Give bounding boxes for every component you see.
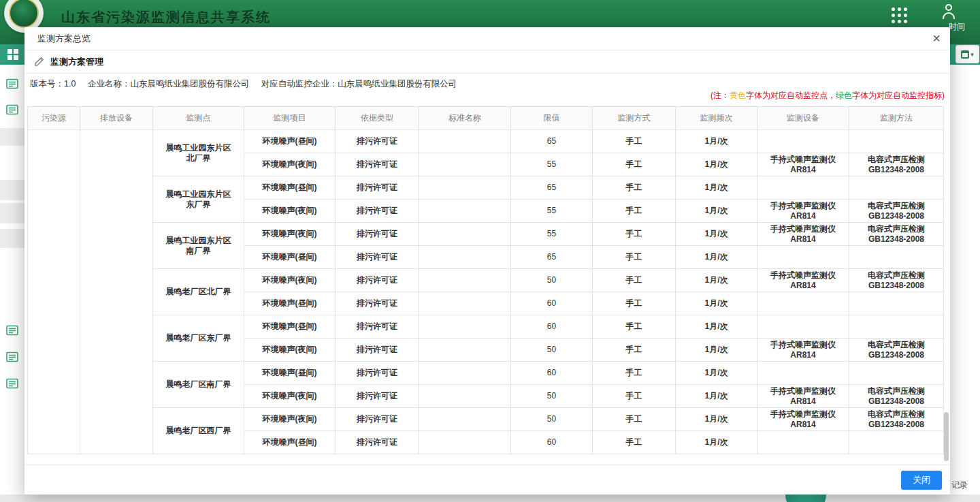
apps-grid-icon[interactable] <box>892 7 907 23</box>
monitor-frequency-cell: 1月/次 <box>676 246 757 269</box>
monitor-method-cell: 电容式声压检测 GB12348-2008 <box>849 223 944 246</box>
standard-name-cell <box>419 269 511 292</box>
close-icon[interactable]: × <box>932 30 941 46</box>
limit-value-cell: 60 <box>511 315 593 339</box>
table-row: 晨鸣老厂区西厂界环境噪声(夜间)排污许可证50手工1月/次手持式噪声监测仪 AR… <box>28 408 944 431</box>
folder-icon[interactable] <box>6 351 18 365</box>
header-time-text: 时间 <box>949 21 965 33</box>
monitor-point-cell: 晨鸣工业园东片区 南厂界 <box>153 223 244 269</box>
folder-icon[interactable] <box>6 378 18 392</box>
monitor-frequency-cell: 1月/次 <box>676 130 757 153</box>
limit-value-cell: 55 <box>511 153 593 176</box>
standard-name-cell <box>419 385 511 408</box>
monitor-mode-cell: 手工 <box>593 153 676 176</box>
monitor-item-cell: 环境噪声(夜间) <box>244 408 336 431</box>
calendar-icon <box>961 50 969 59</box>
limit-value-cell: 50 <box>511 408 593 431</box>
pollution-source-cell <box>28 130 80 454</box>
standard-name-cell <box>419 200 511 223</box>
standard-name-cell <box>419 339 511 362</box>
monitor-point-cell: 晨鸣老厂区北厂界 <box>153 269 244 315</box>
monitor-frequency-cell: 1月/次 <box>676 200 757 223</box>
table-header-row: 污染源排放设备监测点监测项目依据类型标准名称限值监测方式监测频次监测设备监测方法 <box>28 107 944 130</box>
monitor-method-cell <box>849 292 944 315</box>
monitor-method-cell <box>849 130 944 153</box>
monitor-mode-cell: 手工 <box>593 408 676 431</box>
monitor-mode-cell: 手工 <box>593 292 676 315</box>
date-picker[interactable]: ▾ <box>956 45 979 63</box>
monitor-frequency-cell: 1月/次 <box>676 385 757 408</box>
monitor-frequency-cell: 1月/次 <box>676 223 757 246</box>
monitor-device-cell <box>757 315 849 339</box>
monitor-device-cell <box>757 431 849 454</box>
basis-type-cell: 排污许可证 <box>336 339 419 362</box>
auto-company-text: 对应自动监控企业：山东晨鸣纸业集团股份有限公司 <box>261 79 457 89</box>
limit-value-cell: 60 <box>511 292 593 315</box>
monitor-item-cell: 环境噪声(夜间) <box>244 153 336 176</box>
chevron-down-icon: ▾ <box>970 51 974 58</box>
monitor-mode-cell: 手工 <box>593 269 676 292</box>
monitor-item-cell: 环境噪声(昼间) <box>244 130 336 153</box>
monitor-device-cell: 手持式噪声监测仪 AR814 <box>757 269 849 292</box>
info-bar: 版本号：1.0 企业名称：山东晨鸣纸业集团股份有限公司 对应自动监控企业：山东晨… <box>24 74 950 106</box>
list-row-highlight <box>0 203 24 223</box>
monitor-frequency-cell: 1月/次 <box>676 153 757 176</box>
monitor-mode-cell: 手工 <box>593 223 676 246</box>
monitor-device-cell: 手持式噪声监测仪 AR814 <box>757 223 849 246</box>
monitor-item-cell: 环境噪声(昼间) <box>244 176 336 200</box>
basis-type-cell: 排污许可证 <box>336 176 419 200</box>
monitor-item-cell: 环境噪声(昼间) <box>244 292 336 315</box>
table-row: 晨鸣老厂区南厂界环境噪声(昼间)排污许可证60手工1月/次 <box>28 362 944 385</box>
modal-footer: 关闭 <box>24 465 950 495</box>
column-header: 排放设备 <box>80 107 153 130</box>
limit-value-cell: 60 <box>511 362 593 385</box>
list-row-highlight <box>0 229 24 248</box>
vertical-scrollbar-thumb[interactable] <box>944 412 949 461</box>
sidebar <box>0 65 24 502</box>
bottom-strip <box>0 495 980 502</box>
monitor-item-cell: 环境噪声(昼间) <box>244 315 336 339</box>
close-button[interactable]: 关闭 <box>901 471 942 490</box>
monitor-item-cell: 环境噪声(昼间) <box>244 362 336 385</box>
section-bar: 监测方案管理 <box>24 50 950 74</box>
table-row: 晨鸣工业园东片区 南厂界环境噪声(夜间)排污许可证55手工1月/次手持式噪声监测… <box>28 223 944 246</box>
section-title: 监测方案管理 <box>50 56 103 68</box>
standard-name-cell <box>419 176 511 200</box>
monitor-item-cell: 环境噪声(夜间) <box>244 339 336 362</box>
column-header: 限值 <box>511 107 593 130</box>
folder-icon[interactable] <box>6 104 18 118</box>
monitor-point-cell: 晨鸣工业园东片区 东厂界 <box>153 176 244 223</box>
monitor-method-cell: 电容式声压检测 GB12348-2008 <box>849 200 944 223</box>
limit-value-cell: 65 <box>511 246 593 269</box>
standard-name-cell <box>419 130 511 153</box>
system-title: 山东省污染源监测信息共享系统 <box>61 8 271 27</box>
limit-value-cell: 50 <box>511 385 593 408</box>
nav-tiles-icon[interactable] <box>7 49 18 60</box>
list-row-highlight <box>0 128 24 146</box>
monitor-mode-cell: 手工 <box>593 200 676 223</box>
monitor-point-cell: 晨鸣工业园东片区 北厂界 <box>153 130 244 176</box>
monitor-mode-cell: 手工 <box>593 385 676 408</box>
standard-name-cell <box>419 246 511 269</box>
user-icon[interactable] <box>941 4 956 20</box>
limit-value-cell: 65 <box>511 176 593 200</box>
folder-icon[interactable] <box>6 78 18 92</box>
folder-icon[interactable] <box>6 325 18 339</box>
monitor-frequency-cell: 1月/次 <box>676 315 757 339</box>
basis-type-cell: 排污许可证 <box>336 385 419 408</box>
table-row: 晨鸣工业园东片区 北厂界环境噪声(昼间)排污许可证65手工1月/次 <box>28 130 944 153</box>
limit-value-cell: 50 <box>511 269 593 292</box>
limit-value-cell: 60 <box>511 431 593 454</box>
record-count-text: 记录 <box>951 480 968 491</box>
basis-type-cell: 排污许可证 <box>336 130 419 153</box>
modal-title: 监测方案总览 <box>37 33 91 45</box>
column-header: 依据类型 <box>336 107 419 130</box>
monitor-method-cell: 电容式声压检测 GB12348-2008 <box>849 339 944 362</box>
column-header: 监测点 <box>153 107 244 130</box>
monitor-device-cell: 手持式噪声监测仪 AR814 <box>757 200 849 223</box>
column-header: 监测频次 <box>676 107 757 130</box>
limit-value-cell: 55 <box>511 200 593 223</box>
logo-emblem <box>9 0 39 28</box>
monitor-item-cell: 环境噪声(夜间) <box>244 269 336 292</box>
monitor-mode-cell: 手工 <box>593 315 676 339</box>
